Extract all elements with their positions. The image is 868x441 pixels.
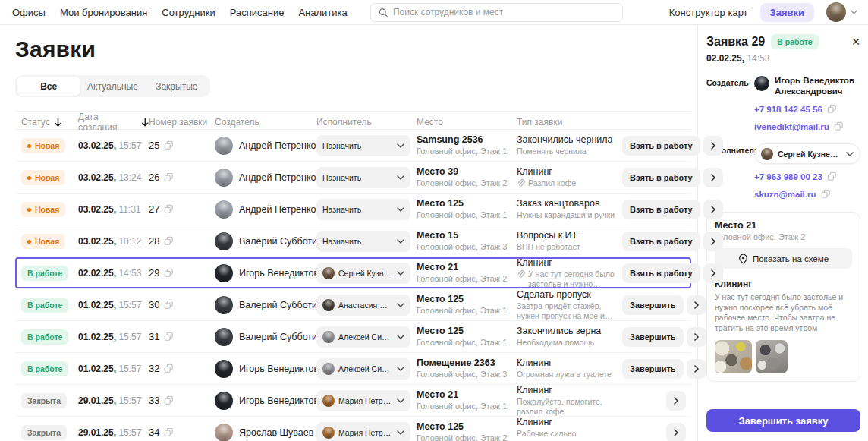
open-request-button[interactable] [687, 327, 706, 347]
copy-icon[interactable] [164, 140, 174, 150]
table-row[interactable]: В работе 02.02.25, 14:53 29 Игорь Венеди… [15, 257, 691, 289]
top-navigation: ОфисыМои бронированияСотрудникиРасписани… [0, 0, 868, 25]
open-request-button[interactable] [703, 168, 723, 187]
action-button[interactable]: Завершить [622, 359, 684, 379]
request-number: 31 [149, 331, 215, 342]
sort-desc-icon[interactable] [54, 118, 62, 127]
tab-2[interactable]: Закрытые [145, 77, 209, 96]
open-request-button[interactable] [666, 391, 686, 411]
chevron-down-icon [397, 207, 404, 212]
creator-label: Создатель [706, 76, 748, 96]
nav-item-4[interactable]: Аналитика [298, 7, 347, 18]
avatar [215, 137, 233, 155]
copy-icon[interactable] [164, 300, 174, 310]
tab-0[interactable]: Все [17, 77, 80, 96]
table-row[interactable]: Новая 03.02.25, 15:57 25 Андрей Петренко… [15, 130, 691, 162]
open-request-button[interactable] [703, 232, 723, 251]
assignee-select[interactable]: Алексей Сидоров П. [316, 358, 410, 380]
table-row[interactable]: В работе 01.02.25, 15:57 30 Валерий Субб… [15, 289, 691, 321]
action-button[interactable]: Взять в работу [622, 232, 700, 251]
table-row[interactable]: Новая 03.02.25, 13:24 26 Андрей Петренко… [15, 162, 691, 194]
attachment-photo[interactable] [756, 340, 788, 373]
sort-desc-icon[interactable] [141, 118, 149, 127]
search-box[interactable] [370, 3, 623, 22]
creator-email[interactable]: ivenedikt@mail.ru [754, 121, 860, 131]
chevron-down-icon [851, 10, 857, 14]
open-request-button[interactable] [703, 263, 723, 283]
assign-button[interactable]: Назначить [316, 231, 410, 252]
avatar [215, 392, 233, 410]
place-cell: Место 21Головной офис, Этаж 1 [417, 389, 517, 411]
status-badge: Закрыта [21, 425, 67, 440]
assign-button[interactable]: Назначить [316, 199, 410, 220]
open-request-button[interactable] [703, 136, 723, 156]
request-number: 28 [149, 235, 215, 247]
copy-icon[interactable] [164, 427, 174, 437]
close-icon[interactable]: ✕ [851, 36, 860, 47]
copy-icon[interactable] [164, 268, 174, 278]
copy-icon[interactable] [164, 236, 174, 246]
type-cell: Закончились чернила Поменять чернила [517, 134, 622, 156]
table-row[interactable]: Новая 03.02.25, 11:31 27 Андрей Петренко… [15, 194, 691, 225]
copy-icon[interactable] [164, 172, 174, 182]
open-request-button[interactable] [687, 359, 706, 379]
page-title: Заявки [15, 36, 697, 62]
action-button[interactable]: Взять в работу [622, 168, 700, 187]
assign-button[interactable]: Назначить [316, 167, 410, 188]
table-row[interactable]: Закрыта 29.01.25, 15:57 34 Ярослав Шувае… [15, 417, 691, 441]
copy-icon[interactable] [164, 204, 174, 214]
copy-icon[interactable] [821, 189, 831, 199]
nav-item-1[interactable]: Мои бронирования [60, 7, 147, 18]
creator-phone[interactable]: +7 918 142 45 56 [754, 104, 860, 114]
open-request-button[interactable] [703, 200, 723, 219]
assignee-phone[interactable]: +7 963 989 00 23 [754, 172, 860, 181]
table-row[interactable]: Закрыта 29.01.25, 15:57 33 Игорь Венедик… [15, 385, 691, 417]
creator-name: Игорь Венедиктов Александрович [775, 76, 860, 96]
nav-item-requests[interactable]: Заявки [760, 3, 814, 22]
open-request-button[interactable] [666, 423, 686, 441]
action-button[interactable]: Завершить [622, 327, 684, 347]
assign-button[interactable]: Назначить [316, 135, 410, 156]
table-row[interactable]: В работе 01.02.25, 15:57 31 Валерий Субб… [15, 321, 691, 353]
nav-item-3[interactable]: Расписание [230, 7, 285, 18]
assignee-select[interactable]: Анастасия Федорова В. [316, 295, 410, 316]
assignee-select[interactable]: Мария Петрова А. [316, 422, 410, 441]
user-menu[interactable] [826, 2, 857, 22]
avatar [322, 395, 335, 407]
assignee-select[interactable]: Сергей Кузнецов С. [316, 263, 410, 284]
table-row[interactable]: В работе 01.02.25, 15:57 32 Игорь Венеди… [15, 353, 691, 385]
place-card: Место 21 Головной офис, Этаж 2 Показать … [706, 212, 860, 382]
assignee-email[interactable]: skuzn@mail.ru [754, 189, 860, 199]
type-cell: Клининг Огромная лужа в туалете [517, 358, 622, 380]
nav-item-0[interactable]: Офисы [12, 7, 46, 18]
assignee-select[interactable]: Мария Петрова А. [316, 390, 410, 411]
nav-item-2[interactable]: Сотрудники [162, 7, 215, 18]
action-button[interactable]: Взять в работу [622, 200, 700, 219]
assignee-select[interactable]: Сергей Кузнецов Семенович [754, 143, 860, 164]
copy-icon[interactable] [164, 332, 174, 342]
copy-icon[interactable] [834, 121, 844, 131]
avatar [761, 148, 773, 160]
column-header-0[interactable]: Статус [15, 117, 78, 128]
table-row[interactable]: Новая 03.02.25, 10:12 28 Валерий Субботи… [15, 225, 691, 257]
action-button[interactable]: Взять в работу [622, 263, 700, 283]
action-button[interactable]: Взять в работу [622, 136, 700, 156]
nav-item-map-builder[interactable]: Конструктор карт [669, 7, 748, 18]
tab-1[interactable]: Актуальные [80, 77, 144, 96]
search-input[interactable] [393, 7, 615, 17]
table-header: Статус Дата создания Номер заявкиСоздате… [15, 111, 691, 130]
complete-request-button[interactable]: Завершить заявку [706, 409, 860, 432]
copy-icon[interactable] [827, 172, 837, 181]
nav-right: Конструктор карт Заявки [669, 2, 857, 22]
copy-icon[interactable] [164, 364, 174, 373]
avatar [754, 76, 769, 91]
copy-icon[interactable] [164, 395, 174, 405]
chevron-right-icon [711, 269, 715, 277]
copy-icon[interactable] [827, 104, 837, 114]
attachment-photo[interactable] [715, 340, 752, 373]
type-cell: Закончились зерна Необходима помощь [517, 326, 622, 348]
assignee-select[interactable]: Алексей Сидоров П. [316, 326, 410, 348]
action-button[interactable]: Завершить [622, 295, 684, 315]
show-on-scheme-button[interactable]: Показать на схеме [715, 248, 852, 269]
open-request-button[interactable] [687, 295, 706, 315]
